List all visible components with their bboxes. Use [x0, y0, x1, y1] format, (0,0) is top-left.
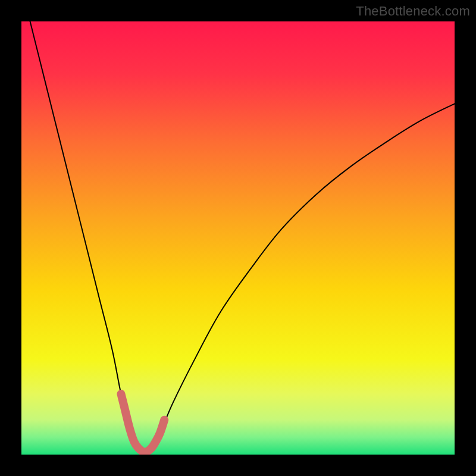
outer-frame: TheBottleneck.com — [0, 0, 476, 476]
optimal-zone-highlight — [121, 394, 164, 452]
bottleneck-curve — [21, 21, 455, 452]
curve-layer — [21, 21, 455, 455]
watermark-text: TheBottleneck.com — [356, 4, 470, 19]
plot-area — [21, 21, 455, 455]
